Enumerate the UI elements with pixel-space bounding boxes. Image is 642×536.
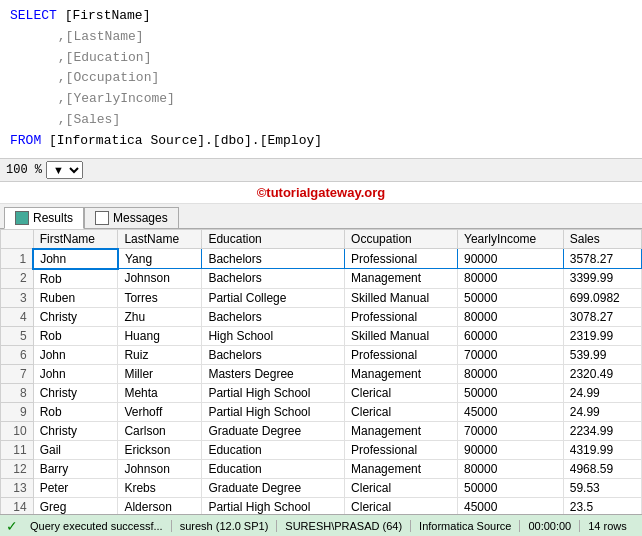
cell-sales: 699.0982: [563, 288, 641, 307]
cell-firstname: Ruben: [33, 288, 118, 307]
row-num: 10: [1, 421, 34, 440]
table-row: 13PeterKrebsGraduate DegreeClerical50000…: [1, 478, 642, 497]
cell-education: Bachelors: [202, 307, 345, 326]
cell-yearlyincome: 60000: [457, 326, 563, 345]
cell-lastname: Zhu: [118, 307, 202, 326]
sql-editor: SELECT [FirstName] ,[LastName] ,[Educati…: [0, 0, 642, 159]
cell-occupation: Professional: [345, 249, 458, 269]
row-num: 4: [1, 307, 34, 326]
table-header-row: FirstName LastName Education Occupation …: [1, 229, 642, 249]
row-num: 12: [1, 459, 34, 478]
cell-firstname: John: [33, 364, 118, 383]
cell-education: Graduate Degree: [202, 421, 345, 440]
table-row: 1JohnYangBachelorsProfessional900003578.…: [1, 249, 642, 269]
watermark: ©tutorialgateway.org: [0, 182, 642, 204]
row-num: 9: [1, 402, 34, 421]
status-time: 00:00:00: [520, 520, 580, 532]
cell-lastname: Verhoff: [118, 402, 202, 421]
cell-lastname: Ruiz: [118, 345, 202, 364]
cell-occupation: Management: [345, 269, 458, 289]
status-user: suresh (12.0 SP1): [172, 520, 278, 532]
cell-yearlyincome: 50000: [457, 383, 563, 402]
keyword-select: SELECT: [10, 8, 57, 23]
table-row: 6JohnRuizBachelorsProfessional70000539.9…: [1, 345, 642, 364]
cell-occupation: Professional: [345, 307, 458, 326]
row-num: 11: [1, 440, 34, 459]
cell-yearlyincome: 80000: [457, 269, 563, 289]
cell-firstname: Christy: [33, 383, 118, 402]
cell-lastname: Mehta: [118, 383, 202, 402]
cell-firstname: Christy: [33, 421, 118, 440]
cell-firstname: Rob: [33, 269, 118, 289]
table-row: 7JohnMillerMasters DegreeManagement80000…: [1, 364, 642, 383]
status-rows: 14 rows: [580, 520, 635, 532]
cell-education: Partial High School: [202, 383, 345, 402]
cell-sales: 539.99: [563, 345, 641, 364]
cell-firstname: Rob: [33, 326, 118, 345]
cell-education: Bachelors: [202, 269, 345, 289]
row-num: 5: [1, 326, 34, 345]
table-row: 5RobHuangHigh SchoolSkilled Manual600002…: [1, 326, 642, 345]
cell-occupation: Clerical: [345, 383, 458, 402]
table-row: 9RobVerhoffPartial High SchoolClerical45…: [1, 402, 642, 421]
cell-lastname: Krebs: [118, 478, 202, 497]
col-sales: Sales: [563, 229, 641, 249]
col-firstname: FirstName: [33, 229, 118, 249]
table-body: 1JohnYangBachelorsProfessional900003578.…: [1, 249, 642, 517]
cell-occupation: Management: [345, 421, 458, 440]
cell-education: Education: [202, 440, 345, 459]
cell-lastname: Torres: [118, 288, 202, 307]
sql-line-1: SELECT [FirstName]: [10, 6, 632, 27]
status-database: Informatica Source: [411, 520, 520, 532]
results-table: FirstName LastName Education Occupation …: [0, 229, 642, 517]
results-container: FirstName LastName Education Occupation …: [0, 229, 642, 529]
col-lastname: LastName: [118, 229, 202, 249]
cell-occupation: Clerical: [345, 402, 458, 421]
tab-results[interactable]: Results: [4, 207, 84, 229]
col-num: [1, 229, 34, 249]
cell-yearlyincome: 50000: [457, 288, 563, 307]
row-num: 2: [1, 269, 34, 289]
sql-line-7: FROM [Informatica Source].[dbo].[Employ]: [10, 131, 632, 152]
cell-occupation: Skilled Manual: [345, 288, 458, 307]
cell-sales: 24.99: [563, 402, 641, 421]
cell-education: Bachelors: [202, 249, 345, 269]
table-row: 11GailEricksonEducationProfessional90000…: [1, 440, 642, 459]
cell-yearlyincome: 80000: [457, 307, 563, 326]
tabs: Results Messages: [0, 204, 642, 229]
cell-education: Masters Degree: [202, 364, 345, 383]
table-row: 8ChristyMehtaPartial High SchoolClerical…: [1, 383, 642, 402]
cell-firstname: Christy: [33, 307, 118, 326]
cell-lastname: Yang: [118, 249, 202, 269]
sql-line-3: ,[Education]: [10, 48, 632, 69]
row-num: 3: [1, 288, 34, 307]
cell-sales: 3578.27: [563, 249, 641, 269]
cell-lastname: Erickson: [118, 440, 202, 459]
col-yearlyincome: YearlyIncome: [457, 229, 563, 249]
row-num: 13: [1, 478, 34, 497]
table-row: 12BarryJohnsonEducationManagement8000049…: [1, 459, 642, 478]
cell-yearlyincome: 90000: [457, 440, 563, 459]
cell-occupation: Management: [345, 364, 458, 383]
cell-education: Bachelors: [202, 345, 345, 364]
zoom-select[interactable]: ▼: [46, 161, 83, 179]
cell-yearlyincome: 45000: [457, 402, 563, 421]
tab-messages[interactable]: Messages: [84, 207, 179, 228]
col-education: Education: [202, 229, 345, 249]
cell-sales: 4319.99: [563, 440, 641, 459]
sql-line-6: ,[Sales]: [10, 110, 632, 131]
cell-occupation: Professional: [345, 440, 458, 459]
cell-firstname: John: [33, 249, 118, 269]
cell-occupation: Professional: [345, 345, 458, 364]
cell-occupation: Management: [345, 459, 458, 478]
zoom-label: 100 %: [6, 163, 42, 177]
cell-yearlyincome: 80000: [457, 364, 563, 383]
cell-occupation: Clerical: [345, 478, 458, 497]
cell-lastname: Johnson: [118, 459, 202, 478]
row-num: 6: [1, 345, 34, 364]
cell-firstname: Gail: [33, 440, 118, 459]
cell-sales: 3399.99: [563, 269, 641, 289]
cell-yearlyincome: 90000: [457, 249, 563, 269]
status-icon: ✓: [6, 518, 18, 534]
sql-line-4: ,[Occupation]: [10, 68, 632, 89]
